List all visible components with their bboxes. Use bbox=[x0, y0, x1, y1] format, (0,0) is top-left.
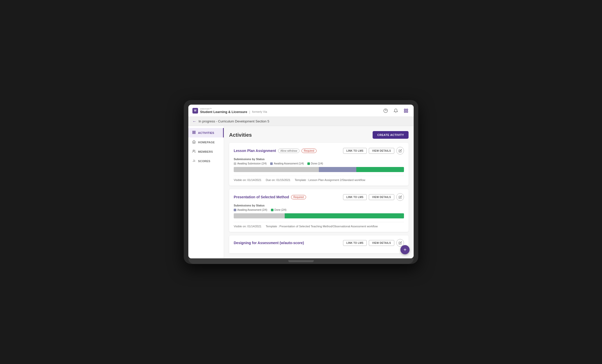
svg-rect-5 bbox=[407, 111, 408, 112]
legend-dot-done bbox=[307, 162, 310, 165]
svg-rect-6 bbox=[193, 131, 194, 132]
svg-rect-7 bbox=[194, 131, 195, 132]
sidebar-item-activities[interactable]: ACTIVITIES bbox=[188, 128, 224, 137]
sidebar-item-homepage[interactable]: HOMEPAGE bbox=[188, 137, 224, 147]
create-activity-button[interactable]: CREATE ACTIVITY bbox=[373, 131, 409, 139]
svg-rect-3 bbox=[407, 109, 408, 110]
legend2-awaiting-assessment: Awaiting Assessment (2/4) bbox=[234, 208, 267, 211]
main-content: ACTIVITIES HOMEPAGE bbox=[188, 126, 414, 258]
activity-2-template: Template : Presentation of Selected Teac… bbox=[266, 225, 378, 228]
brand-logo: W bbox=[192, 108, 198, 114]
brand-area: W watermark™ Student Learning & Licensur… bbox=[192, 108, 267, 114]
activity-2-link-lms-button[interactable]: LINK TO LMS bbox=[343, 194, 367, 200]
legend-awaiting-assessment: Awaiting Assessment (1/4) bbox=[270, 162, 304, 165]
breadcrumb-text: In progress - Curriculum Development Sec… bbox=[199, 119, 269, 123]
activity-1-template: Template : Lesson Plan Assignment 2/Stan… bbox=[295, 178, 365, 181]
activity-1-edit-button[interactable] bbox=[396, 147, 404, 155]
activity-1-header: Lesson Plan Assignment Allow withdraw Re… bbox=[234, 147, 404, 155]
brand-text: watermark™ Student Learning & Licensure … bbox=[200, 108, 267, 114]
activity-1-badge-required: Required bbox=[302, 149, 317, 153]
progress-seg-awaiting bbox=[234, 167, 319, 172]
members-icon bbox=[192, 149, 196, 154]
sidebar-item-scores[interactable]: SCORES bbox=[188, 156, 224, 166]
sidebar-label-activities: ACTIVITIES bbox=[198, 131, 214, 134]
help-icon-button[interactable] bbox=[382, 107, 389, 114]
activity-1-footer: Visible on: 01/14/2021 Due on: 01/15/202… bbox=[234, 176, 404, 181]
legend-dot-assessment bbox=[270, 162, 273, 165]
legend2-label-assessment: Awaiting Assessment (2/4) bbox=[237, 208, 267, 211]
content-area: Activities CREATE ACTIVITY Lesson Plan A… bbox=[224, 126, 414, 258]
activities-icon bbox=[192, 131, 196, 135]
activity-3-header: Designing for Assessment (w/auto-score) … bbox=[234, 239, 404, 247]
activity-2-view-details-button[interactable]: VIEW DETAILS bbox=[369, 194, 394, 200]
activity-2-footer: Visible on: 01/14/2021 Template : Presen… bbox=[234, 222, 404, 228]
svg-rect-2 bbox=[404, 109, 405, 110]
grid-icon-button[interactable] bbox=[402, 107, 410, 114]
activity-2-left: Presentation of Selected Method Required bbox=[234, 195, 306, 199]
content-header: Activities CREATE ACTIVITY bbox=[229, 131, 409, 139]
activity-3-right: LINK TO LMS VIEW DETAILS bbox=[343, 239, 404, 247]
activity-2-visible-on: Visible on: 01/14/2021 bbox=[234, 225, 261, 228]
nav-icons bbox=[382, 107, 410, 114]
legend-label-done: Done (1/4) bbox=[311, 162, 323, 165]
homepage-icon bbox=[192, 140, 196, 144]
activity-2-badge-required: Required bbox=[291, 195, 306, 199]
activity-2-progress-bar bbox=[234, 213, 404, 218]
legend-awaiting-submission: Awaiting Submission (2/4) bbox=[234, 162, 267, 165]
activity-3-view-details-button[interactable]: VIEW DETAILS bbox=[369, 240, 394, 246]
bell-icon-button[interactable] bbox=[392, 107, 399, 114]
top-nav: W watermark™ Student Learning & Licensur… bbox=[188, 105, 414, 117]
brand-name: Student Learning & Licensure bbox=[200, 110, 247, 114]
legend2-dot-assessment bbox=[234, 209, 236, 211]
legend-done: Done (1/4) bbox=[307, 162, 323, 165]
svg-rect-9 bbox=[193, 133, 194, 134]
sidebar: ACTIVITIES HOMEPAGE bbox=[188, 126, 224, 258]
activity-card-2: Presentation of Selected Method Required… bbox=[229, 189, 409, 232]
breadcrumb-bar: ← In progress - Curriculum Development S… bbox=[188, 117, 414, 126]
activity-1-title[interactable]: Lesson Plan Assignment bbox=[234, 149, 276, 153]
activity-1-right: LINK TO LMS VIEW DETAILS bbox=[343, 147, 404, 155]
activity-2-edit-button[interactable] bbox=[396, 193, 404, 201]
legend-label-awaiting: Awaiting Submission (2/4) bbox=[237, 162, 267, 165]
brand-formerly: formerly Via bbox=[252, 110, 267, 113]
activity-1-link-lms-button[interactable]: LINK TO LMS bbox=[343, 148, 367, 154]
legend2-done: Done (2/4) bbox=[271, 208, 286, 211]
legend-label-assessment: Awaiting Assessment (1/4) bbox=[274, 162, 304, 165]
activity-2-header: Presentation of Selected Method Required… bbox=[234, 193, 404, 201]
activity-1-legend: Awaiting Submission (2/4) Awaiting Asses… bbox=[234, 162, 404, 165]
brand-separator: | bbox=[249, 110, 250, 114]
activity-3-title[interactable]: Designing for Assessment (w/auto-score) bbox=[234, 241, 304, 245]
page-title: Activities bbox=[229, 132, 252, 138]
svg-rect-8 bbox=[194, 133, 195, 134]
progress2-seg-awaiting bbox=[234, 213, 285, 218]
activity-1-visible-on: Visible on: 01/14/2021 bbox=[234, 178, 261, 181]
activity-1-progress-bar bbox=[234, 167, 404, 172]
activity-card-1: Lesson Plan Assignment Allow withdraw Re… bbox=[229, 143, 409, 186]
activity-3-left: Designing for Assessment (w/auto-score) bbox=[234, 241, 304, 245]
legend-dot-awaiting bbox=[234, 162, 236, 165]
fab-button[interactable]: + bbox=[400, 245, 410, 254]
activity-1-view-details-button[interactable]: VIEW DETAILS bbox=[369, 148, 394, 154]
sidebar-label-members: MEMBERS bbox=[198, 150, 213, 153]
legend2-dot-done bbox=[271, 209, 273, 211]
back-button[interactable]: ← bbox=[192, 119, 197, 124]
sidebar-item-members[interactable]: MEMBERS bbox=[188, 147, 224, 156]
activity-2-title[interactable]: Presentation of Selected Method bbox=[234, 195, 289, 199]
svg-rect-4 bbox=[404, 111, 405, 112]
legend2-label-done: Done (2/4) bbox=[274, 208, 286, 211]
svg-point-10 bbox=[193, 150, 194, 151]
progress2-seg-done bbox=[285, 213, 404, 218]
activity-card-3-partial: Designing for Assessment (w/auto-score) … bbox=[229, 235, 409, 253]
activity-1-submissions-label: Submissions by Status bbox=[234, 158, 404, 161]
progress-seg-assessment bbox=[319, 167, 356, 172]
activity-1-due-on: Due on: 01/15/2021 bbox=[266, 178, 291, 181]
activity-3-link-lms-button[interactable]: LINK TO LMS bbox=[343, 240, 367, 246]
activity-1-left: Lesson Plan Assignment Allow withdraw Re… bbox=[234, 149, 317, 153]
activity-1-badge-withdraw: Allow withdraw bbox=[278, 149, 299, 153]
scores-icon bbox=[192, 159, 196, 163]
progress-seg-done bbox=[356, 167, 404, 172]
brand-watermark: watermark™ bbox=[200, 108, 267, 110]
sidebar-label-homepage: HOMEPAGE bbox=[198, 141, 215, 144]
activity-2-legend: Awaiting Assessment (2/4) Done (2/4) bbox=[234, 208, 404, 211]
sidebar-label-scores: SCORES bbox=[198, 160, 210, 163]
